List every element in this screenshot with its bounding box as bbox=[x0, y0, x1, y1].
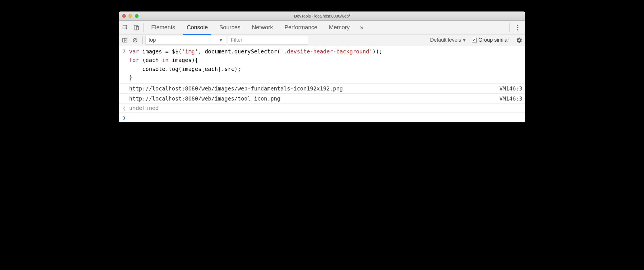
log-message[interactable]: http://localhost:8080/web/images/tool_ic… bbox=[129, 95, 280, 102]
inspect-element-icon[interactable] bbox=[120, 21, 131, 34]
svg-point-5 bbox=[517, 29, 518, 30]
separator bbox=[143, 23, 144, 32]
levels-label: Default levels bbox=[430, 37, 461, 43]
console-toolbar: top ▼ Default levels ▼ ✓ Group similar bbox=[119, 34, 525, 46]
filter-input[interactable] bbox=[228, 36, 308, 45]
group-similar-checkbox[interactable]: ✓ Group similar bbox=[472, 37, 509, 43]
input-marker-icon: ❯ bbox=[122, 47, 127, 53]
checkbox-icon: ✓ bbox=[472, 38, 477, 43]
panel-tabs: Elements Console Sources Network Perform… bbox=[145, 21, 508, 34]
minimize-window-button[interactable] bbox=[129, 14, 132, 18]
tab-console[interactable]: Console bbox=[181, 21, 213, 34]
checkbox-label: Group similar bbox=[478, 37, 509, 43]
console-input-echo: ❯ var images = $$('img', document.queryS… bbox=[119, 46, 525, 84]
separator bbox=[509, 23, 510, 32]
tab-label: Elements bbox=[151, 24, 175, 31]
svg-point-3 bbox=[517, 24, 518, 26]
console-output: ❯ var images = $$('img', document.queryS… bbox=[119, 46, 525, 122]
main-toolbar: Elements Console Sources Network Perform… bbox=[119, 21, 525, 34]
tab-network[interactable]: Network bbox=[246, 21, 279, 34]
log-levels-selector[interactable]: Default levels ▼ bbox=[430, 37, 466, 43]
log-source-link[interactable]: VM146:3 bbox=[499, 85, 522, 92]
tab-label: Console bbox=[187, 24, 208, 31]
svg-rect-2 bbox=[136, 26, 139, 30]
output-marker-icon: ❮ bbox=[122, 105, 127, 111]
tab-label: Memory bbox=[329, 24, 350, 31]
clear-console-icon[interactable] bbox=[131, 36, 139, 45]
console-log-row: http://localhost:8080/web/images/web-fun… bbox=[119, 84, 525, 94]
close-window-button[interactable] bbox=[122, 14, 126, 18]
tab-sources[interactable]: Sources bbox=[214, 21, 246, 34]
code-content[interactable]: var images = $$('img', document.querySel… bbox=[129, 47, 522, 82]
toggle-sidebar-icon[interactable] bbox=[120, 36, 129, 45]
tab-label: Network bbox=[252, 24, 273, 31]
tab-label: Performance bbox=[285, 24, 318, 31]
svg-point-4 bbox=[517, 27, 518, 28]
traffic-lights bbox=[119, 14, 139, 18]
settings-menu-button[interactable] bbox=[511, 24, 524, 31]
titlebar: DevTools - localhost:8080/web/ bbox=[119, 11, 525, 21]
prompt-marker-icon: ❯ bbox=[122, 114, 127, 121]
svg-rect-6 bbox=[123, 38, 127, 42]
tab-elements[interactable]: Elements bbox=[145, 21, 181, 34]
console-settings-icon[interactable] bbox=[515, 36, 524, 45]
chevron-down-icon: ▼ bbox=[462, 38, 466, 43]
more-tabs-button[interactable]: » bbox=[355, 21, 368, 34]
device-toggle-icon[interactable] bbox=[131, 21, 142, 34]
maximize-window-button[interactable] bbox=[135, 14, 139, 18]
window-title: DevTools - localhost:8080/web/ bbox=[119, 14, 525, 18]
log-message[interactable]: http://localhost:8080/web/images/web-fun… bbox=[129, 85, 343, 92]
devtools-window: DevTools - localhost:8080/web/ Elements … bbox=[119, 11, 525, 122]
tab-performance[interactable]: Performance bbox=[279, 21, 323, 34]
console-return-row: ❮ undefined bbox=[119, 104, 525, 113]
tab-label: Sources bbox=[219, 24, 240, 31]
return-value: undefined bbox=[129, 105, 159, 111]
console-prompt-row[interactable]: ❯ bbox=[119, 113, 525, 122]
log-source-link[interactable]: VM146:3 bbox=[499, 95, 522, 102]
tab-memory[interactable]: Memory bbox=[323, 21, 355, 34]
execution-context-selector[interactable]: top ▼ bbox=[145, 36, 226, 45]
console-log-row: http://localhost:8080/web/images/tool_ic… bbox=[119, 94, 525, 104]
chevron-down-icon: ▼ bbox=[219, 38, 223, 43]
separator bbox=[142, 36, 143, 44]
context-label: top bbox=[149, 37, 156, 43]
